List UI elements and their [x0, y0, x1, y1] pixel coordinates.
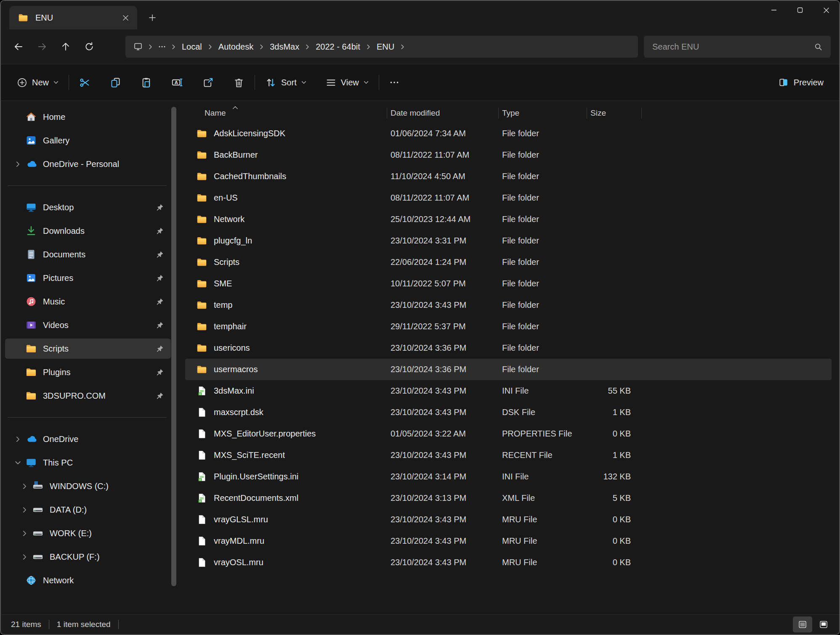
large-thumbnails-view-toggle[interactable]	[814, 616, 833, 632]
column-header-type[interactable]: Type	[499, 107, 587, 119]
expander[interactable]	[18, 479, 31, 493]
minimize-button[interactable]	[761, 1, 787, 19]
maximize-button[interactable]	[787, 1, 813, 19]
sort-button[interactable]: Sort	[260, 73, 311, 93]
column-header-date-modified[interactable]: Date modified	[387, 107, 499, 119]
expander[interactable]	[11, 271, 24, 285]
file-row-scripts[interactable]: Scripts 22/06/2024 1:24 PM File folder	[185, 251, 832, 273]
sidebar-item-desktop[interactable]: Desktop	[5, 197, 171, 217]
sidebar-item-data-d[interactable]: DATA (D:)	[12, 500, 171, 520]
file-row-mxs-editoruser-properties[interactable]: MXS_EditorUser.properties 01/05/2024 3:2…	[185, 423, 832, 444]
expander[interactable]	[11, 456, 24, 469]
sidebar-item-downloads[interactable]: Downloads	[5, 221, 171, 241]
file-row-sme[interactable]: SME 10/11/2022 5:07 PM File folder	[185, 273, 832, 294]
tab-enu[interactable]: ENU	[9, 6, 137, 29]
breadcrumb-item-autodesk[interactable]: Autodesk	[205, 40, 256, 53]
expander[interactable]	[18, 550, 31, 564]
expander[interactable]	[11, 318, 24, 332]
file-row-plugcfg-ln[interactable]: plugcfg_ln 23/10/2024 3:31 PM File folde…	[185, 230, 832, 251]
expander[interactable]	[11, 574, 24, 587]
view-button[interactable]: View	[321, 73, 374, 92]
file-row-recentdocuments-xml[interactable]: RecentDocuments.xml 23/10/2024 3:13 PM X…	[185, 487, 832, 509]
file-row-vrayglsl-mru[interactable]: vrayGLSL.mru 23/10/2024 3:43 PM MRU File…	[185, 509, 832, 530]
expander[interactable]	[18, 503, 31, 516]
expander[interactable]	[11, 134, 24, 147]
column-header-size[interactable]: Size	[587, 107, 642, 119]
rename-button[interactable]: A	[166, 72, 188, 93]
expander[interactable]	[11, 201, 24, 214]
expander[interactable]	[11, 224, 24, 238]
file-row-usericons[interactable]: usericons 23/10/2024 3:36 PM File folder	[185, 337, 832, 359]
file-row-backburner[interactable]: BackBurner 08/11/2022 11:07 AM File fold…	[185, 144, 832, 166]
share-button[interactable]	[197, 73, 219, 93]
sidebar-item-documents[interactable]: Documents	[5, 244, 171, 265]
cut-button[interactable]	[74, 73, 96, 93]
up-button[interactable]	[54, 37, 77, 57]
navigation-bar: Local Autodesk 3dsMax 2022 - 64bit ENU	[1, 29, 839, 64]
file-row-vraymdl-mru[interactable]: vrayMDL.mru 23/10/2024 3:43 PM MRU File …	[185, 530, 832, 552]
details-view-toggle[interactable]	[793, 616, 812, 632]
file-row-temphair[interactable]: temphair 29/11/2022 5:37 PM File folder	[185, 316, 832, 337]
breadcrumb-item-2022-64bit[interactable]: 2022 - 64bit	[302, 40, 363, 53]
sidebar-item-backup-f[interactable]: BACKUP (F:)	[12, 547, 171, 567]
file-row-mxs-scite-recent[interactable]: MXS_SciTE.recent 23/10/2024 3:43 PM RECE…	[185, 444, 832, 466]
file-row-3dsmax-ini[interactable]: 3dsMax.ini 23/10/2024 3:43 PM INI File 5…	[185, 380, 832, 402]
file-row-maxscrpt-dsk[interactable]: maxscrpt.dsk 23/10/2024 3:43 PM DSK File…	[185, 402, 832, 423]
expander[interactable]	[11, 295, 24, 308]
file-row-usermacros[interactable]: usermacros 23/10/2024 3:36 PM File folde…	[185, 359, 832, 380]
sidebar-item-work-e[interactable]: WORK (E:)	[12, 523, 171, 543]
paste-button[interactable]	[136, 73, 157, 93]
sidebar-item-gallery[interactable]: Gallery	[5, 130, 171, 151]
preview-button[interactable]: Preview	[773, 73, 828, 92]
breadcrumb-item-3dsmax[interactable]: 3dsMax	[256, 40, 302, 53]
breadcrumb[interactable]: Local Autodesk 3dsMax 2022 - 64bit ENU	[125, 36, 638, 58]
date-modified-cell: 11/10/2024 4:50 AM	[387, 172, 499, 181]
refresh-button[interactable]	[77, 37, 101, 57]
column-header-name[interactable]: Name	[185, 107, 387, 119]
expander[interactable]	[11, 157, 24, 171]
sidebar-item-pictures[interactable]: Pictures	[5, 268, 171, 288]
sidebar-item-3dsupro-com[interactable]: 3DSUPRO.COM	[5, 386, 171, 406]
chevron-right-icon[interactable]	[399, 44, 406, 50]
expander[interactable]	[11, 110, 24, 124]
back-button[interactable]	[7, 37, 30, 57]
file-row-en-us[interactable]: en-US 08/11/2022 11:07 AM File folder	[185, 187, 832, 209]
expander[interactable]	[11, 365, 24, 379]
expander[interactable]	[11, 389, 24, 402]
breadcrumb-overflow-button[interactable]	[156, 42, 168, 51]
sidebar-scrollbar[interactable]	[171, 107, 176, 586]
close-window-button[interactable]	[813, 1, 839, 19]
file-row-vrayosl-mru[interactable]: vrayOSL.mru 23/10/2024 3:43 PM MRU File …	[185, 552, 832, 573]
file-row-cachedthumbnails[interactable]: CachedThumbnails 11/10/2024 4:50 AM File…	[185, 166, 832, 187]
breadcrumb-item-enu[interactable]: ENU	[363, 40, 397, 53]
file-row-plugin-usersettings-ini[interactable]: Plugin.UserSettings.ini 23/10/2024 3:14 …	[185, 466, 832, 487]
breadcrumb-item-local[interactable]: Local	[168, 40, 205, 53]
more-options-button[interactable]	[384, 73, 404, 92]
file-row-network[interactable]: Network 25/10/2023 12:44 AM File folder	[185, 209, 832, 230]
expander[interactable]	[18, 527, 31, 540]
sidebar-item-scripts[interactable]: Scripts	[5, 339, 171, 359]
expander[interactable]	[11, 342, 24, 355]
copy-button[interactable]	[105, 73, 126, 93]
search-input[interactable]	[651, 42, 813, 52]
sidebar-item-plugins[interactable]: Plugins	[5, 362, 171, 382]
file-row-temp[interactable]: temp 23/10/2024 3:43 PM File folder	[185, 294, 832, 316]
sidebar-item-home[interactable]: Home	[5, 107, 171, 127]
tab-close-button[interactable]	[119, 11, 132, 24]
file-row-adsklicensingsdk[interactable]: AdskLicensingSDK 01/06/2024 7:34 AM File…	[185, 123, 832, 144]
search-box[interactable]	[644, 36, 831, 58]
forward-button[interactable]	[30, 37, 54, 57]
sidebar-item-videos[interactable]: Videos	[5, 315, 171, 335]
expander[interactable]	[11, 248, 24, 261]
sidebar-item-onedrive[interactable]: OneDrive	[5, 429, 171, 449]
sidebar-item-this-pc[interactable]: This PC	[5, 452, 171, 473]
sidebar-item-onedrive-personal[interactable]: OneDrive - Personal	[5, 154, 171, 174]
sidebar-item-music[interactable]: Music	[5, 291, 171, 312]
new-tab-button[interactable]	[145, 10, 160, 25]
sidebar-item-windows-c[interactable]: WINDOWS (C:)	[12, 476, 171, 496]
search-icon[interactable]	[813, 42, 823, 52]
expander[interactable]	[11, 432, 24, 446]
sidebar-item-network[interactable]: Network	[5, 570, 171, 590]
delete-button[interactable]	[228, 73, 250, 93]
new-button[interactable]: New	[12, 73, 64, 92]
